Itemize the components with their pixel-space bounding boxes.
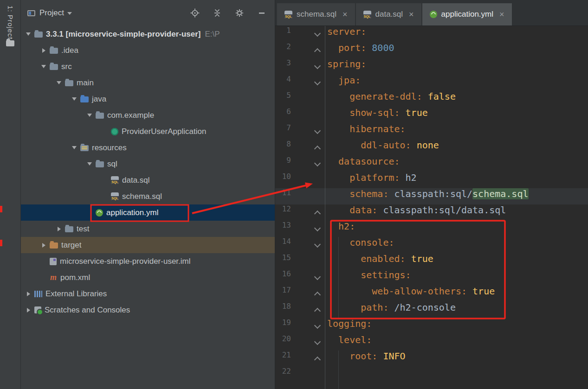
code-line[interactable]: 1server:	[275, 26, 588, 42]
tree-item[interactable]: sql	[21, 156, 275, 172]
code-line[interactable]: 16 settings:	[275, 269, 588, 286]
chevron-down-icon[interactable]	[40, 63, 47, 70]
fold-indicator[interactable]	[314, 128, 321, 134]
code-lines: 1server:2 port: 80003spring:4 jpa:5 gene…	[275, 26, 588, 383]
chevron-right-icon[interactable]	[25, 290, 32, 298]
tree-item[interactable]: test	[21, 221, 275, 237]
tree-item[interactable]: .idea	[21, 42, 275, 58]
code-text: datasource:	[327, 156, 400, 172]
project-view-selector[interactable]: Project	[39, 8, 72, 18]
chevron-down-icon[interactable]	[25, 31, 32, 38]
chevron-down-icon[interactable]	[71, 96, 78, 103]
project-panel-header: Project	[21, 0, 275, 26]
close-tab-icon[interactable]: ×	[342, 10, 348, 19]
fold-indicator[interactable]	[314, 308, 321, 314]
chevron-down-icon[interactable]	[86, 112, 93, 119]
code-line[interactable]: 2 port: 8000	[275, 42, 588, 58]
chevron-right-icon[interactable]	[40, 242, 47, 249]
fold-indicator[interactable]	[314, 210, 321, 217]
line-number: 22	[275, 367, 291, 383]
tree-item[interactable]: External Libraries	[21, 286, 275, 302]
code-token: classpath:sql/	[394, 188, 473, 199]
fold-indicator[interactable]	[314, 225, 321, 231]
code-line[interactable]: 8 ddl-auto: none	[275, 140, 588, 156]
tree-item[interactable]: src	[21, 58, 275, 75]
chevron-down-icon[interactable]	[86, 160, 93, 168]
code-line[interactable]: 11 schema: classpath:sql/schema.sql	[275, 188, 588, 204]
tree-item[interactable]: target	[21, 237, 275, 253]
chevron-right-icon[interactable]	[40, 47, 47, 54]
tree-item[interactable]: application.yml	[21, 204, 275, 221]
tree-item[interactable]: mpom.xml	[21, 269, 275, 286]
folder-icon[interactable]	[6, 40, 14, 46]
fold-indicator[interactable]	[314, 30, 321, 37]
chevron-down-icon[interactable]	[71, 144, 78, 152]
line-number: 11	[275, 188, 291, 204]
code-line[interactable]: 6 show-sql: true	[275, 107, 588, 123]
code-line[interactable]: 4 jpa:	[275, 75, 588, 91]
code-line[interactable]: 12 data: classpath:sql/data.sql	[275, 204, 588, 221]
package-icon	[96, 113, 104, 119]
tree-item[interactable]: SQLschema.sql	[21, 188, 275, 204]
fold-indicator[interactable]	[314, 160, 321, 166]
code-line[interactable]: 14 console:	[275, 237, 588, 253]
settings-gear-button[interactable]	[235, 8, 244, 18]
code-line[interactable]: 3spring:	[275, 58, 588, 75]
fold-indicator[interactable]	[314, 48, 321, 55]
tree-item-label: target	[61, 241, 81, 250]
code-text: server:	[327, 26, 366, 42]
code-token: false	[428, 91, 456, 102]
code-line[interactable]: 10 platform: h2	[275, 172, 588, 188]
fold-indicator[interactable]	[314, 241, 321, 248]
code-text: hibernate:	[327, 123, 406, 140]
fold-indicator[interactable]	[314, 146, 321, 152]
locate-button[interactable]	[190, 8, 200, 18]
code-token: datasource:	[327, 156, 400, 167]
editor-tab[interactable]: SQLschema.sql×	[277, 3, 355, 26]
chevron-right-icon[interactable]	[55, 225, 63, 233]
code-line[interactable]: 5 generate-ddl: false	[275, 91, 588, 107]
code-line[interactable]: 20 level:	[275, 334, 588, 351]
hide-panel-button[interactable]	[257, 8, 266, 18]
tree-item[interactable]: Scratches and Consoles	[21, 302, 275, 318]
code-text: data: classpath:sql/data.sql	[327, 204, 506, 221]
code-line[interactable]: 9 datasource:	[275, 156, 588, 172]
project-toolwindow-button[interactable]: 1: Project	[6, 6, 14, 39]
code-line[interactable]: 15 enabled: true	[275, 253, 588, 269]
code-line[interactable]: 22	[275, 367, 588, 383]
code-line[interactable]: 17 web-allow-others: true	[275, 286, 588, 302]
code-line[interactable]: 13 h2:	[275, 221, 588, 237]
tree-item[interactable]: SQLdata.sql	[21, 172, 275, 188]
chevron-down-icon[interactable]	[55, 79, 63, 87]
line-number: 15	[275, 253, 291, 269]
fold-indicator[interactable]	[314, 292, 321, 298]
tree-item[interactable]: ProviderUserApplication	[21, 123, 275, 140]
tree-item[interactable]: microservice-simple-provider-user.iml	[21, 253, 275, 269]
tree-item[interactable]: java	[21, 91, 275, 107]
close-tab-icon[interactable]: ×	[499, 10, 504, 19]
tree-item-label: ProviderUserApplication	[122, 127, 206, 136]
tree-item[interactable]: com.example	[21, 107, 275, 123]
code-token: none	[417, 140, 439, 151]
tree-item[interactable]: resources	[21, 140, 275, 156]
fold-indicator[interactable]	[314, 338, 321, 345]
tree-item[interactable]: 3.3.1 [microservice-simple-provider-user…	[21, 26, 275, 42]
editor-tab[interactable]: SQLdata.sql×	[356, 3, 421, 26]
fold-indicator[interactable]	[314, 79, 321, 85]
fold-indicator[interactable]	[314, 274, 321, 280]
sql-file-icon: SQL	[363, 11, 371, 19]
fold-indicator[interactable]	[314, 357, 321, 363]
libraries-icon	[34, 291, 42, 297]
code-line[interactable]: 19logging:	[275, 318, 588, 334]
collapse-all-button[interactable]	[213, 8, 222, 18]
close-tab-icon[interactable]: ×	[409, 10, 414, 19]
code-line[interactable]: 18 path: /h2-console	[275, 302, 588, 318]
code-line[interactable]: 21 root: INFO	[275, 351, 588, 367]
editor-tab[interactable]: application.yml×	[422, 3, 512, 26]
chevron-right-icon[interactable]	[25, 306, 32, 314]
code-line[interactable]: 7 hibernate:	[275, 123, 588, 140]
fold-indicator[interactable]	[314, 63, 321, 69]
line-number: 8	[275, 140, 291, 156]
fold-indicator[interactable]	[314, 322, 321, 329]
tree-item[interactable]: main	[21, 75, 275, 91]
